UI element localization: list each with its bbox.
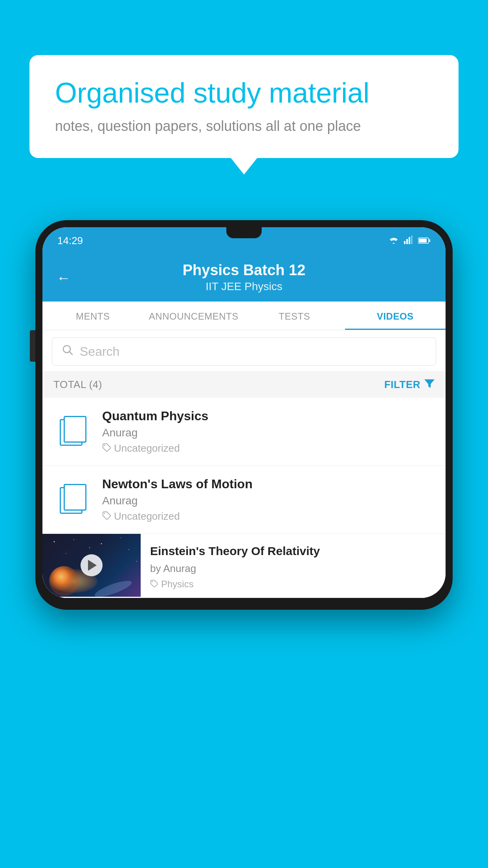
video-tag: Uncategorized — [102, 442, 435, 454]
tab-announcements[interactable]: ANNOUNCEMENTS — [143, 302, 244, 330]
svg-rect-2 — [409, 237, 410, 244]
filter-button[interactable]: FILTER — [384, 378, 435, 391]
list-item[interactable]: Newton's Laws of Motion Anurag Uncategor… — [42, 466, 446, 534]
speech-bubble-container: Organised study material notes, question… — [29, 55, 459, 158]
tag-icon — [102, 442, 111, 454]
video-tag: Physics — [150, 579, 436, 590]
svg-point-14 — [101, 543, 102, 544]
tag-icon — [102, 510, 111, 522]
svg-rect-0 — [404, 241, 405, 244]
filter-row: TOTAL (4) FILTER — [42, 371, 446, 398]
svg-point-15 — [121, 537, 121, 538]
file-icon — [60, 484, 86, 515]
tab-videos[interactable]: VIDEOS — [345, 302, 446, 330]
list-item[interactable]: Einstein's Theory Of Relativity by Anura… — [42, 534, 446, 598]
tab-tests[interactable]: TESTS — [244, 302, 345, 330]
status-time: 14:29 — [57, 235, 83, 247]
svg-point-19 — [136, 561, 137, 562]
svg-rect-5 — [429, 239, 430, 242]
svg-point-21 — [93, 578, 133, 597]
speech-bubble: Organised study material notes, question… — [29, 55, 459, 158]
svg-point-20 — [49, 566, 79, 596]
wifi-icon — [388, 235, 399, 247]
svg-point-16 — [128, 549, 129, 550]
phone-mockup: 14:29 — [35, 220, 453, 610]
video-thumbnail — [42, 534, 141, 597]
phone-wrapper: 14:29 — [35, 220, 453, 610]
svg-rect-1 — [406, 239, 408, 244]
svg-point-18 — [89, 547, 90, 548]
list-item[interactable]: Quantum Physics Anurag Uncategorized — [42, 398, 446, 466]
video-info: Einstein's Theory Of Relativity by Anura… — [141, 534, 446, 598]
total-label: TOTAL (4) — [53, 379, 102, 391]
tabs-bar: MENTS ANNOUNCEMENTS TESTS VIDEOS — [42, 302, 446, 330]
app-header: ← Physics Batch 12 IIT JEE Physics — [42, 254, 446, 302]
video-tag: Uncategorized — [102, 510, 435, 522]
file-icon — [60, 416, 86, 447]
svg-point-13 — [73, 539, 74, 540]
search-icon — [62, 344, 73, 359]
search-box[interactable]: Search — [52, 337, 436, 366]
play-button[interactable] — [81, 554, 103, 576]
video-info: Quantum Physics Anurag Uncategorized — [102, 409, 435, 454]
svg-rect-6 — [419, 239, 427, 243]
video-title: Newton's Laws of Motion — [102, 477, 435, 491]
file-icon-wrap — [53, 484, 93, 515]
video-author: Anurag — [102, 495, 435, 507]
svg-point-12 — [54, 541, 55, 542]
svg-line-8 — [70, 352, 73, 355]
back-button[interactable]: ← — [57, 270, 71, 286]
svg-point-11 — [104, 513, 105, 514]
bubble-subtitle: notes, question papers, solutions all at… — [55, 118, 433, 134]
search-input[interactable]: Search — [80, 344, 119, 359]
bubble-title: Organised study material — [55, 77, 433, 109]
video-title: Einstein's Theory Of Relativity — [150, 543, 436, 559]
video-title: Quantum Physics — [102, 409, 435, 423]
file-icon-wrap — [53, 416, 93, 447]
phone-screen: 14:29 — [42, 227, 446, 598]
video-author: by Anurag — [150, 563, 436, 575]
svg-point-22 — [152, 581, 153, 582]
header-title: Physics Batch 12 — [183, 262, 306, 279]
svg-point-10 — [104, 445, 105, 446]
video-list: Quantum Physics Anurag Uncategorized — [42, 398, 446, 598]
header-subtitle: IIT JEE Physics — [205, 280, 283, 293]
search-container: Search — [42, 330, 446, 371]
status-icons — [388, 235, 431, 247]
filter-icon — [424, 378, 435, 391]
svg-rect-3 — [411, 235, 413, 244]
battery-icon — [418, 235, 431, 247]
video-info: Newton's Laws of Motion Anurag Uncategor… — [102, 477, 435, 522]
video-author: Anurag — [102, 427, 435, 439]
tab-ments[interactable]: MENTS — [42, 302, 143, 330]
signal-icon — [404, 235, 413, 247]
tag-icon — [150, 579, 158, 590]
phone-notch — [226, 227, 262, 238]
svg-point-17 — [66, 553, 66, 554]
svg-marker-9 — [424, 379, 435, 388]
